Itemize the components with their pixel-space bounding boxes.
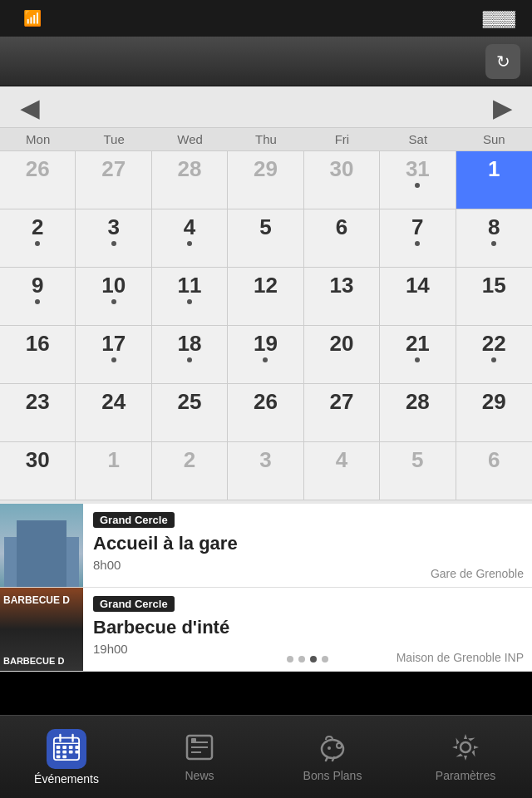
svg-rect-6 bbox=[57, 746, 61, 749]
calendar-cell[interactable]: 14 bbox=[380, 268, 456, 326]
calendar-cell[interactable]: 9 bbox=[0, 268, 76, 326]
calendar-date-number: 28 bbox=[178, 158, 202, 180]
calendar-cell[interactable]: 30 bbox=[304, 151, 380, 209]
event-item[interactable]: BARBECUE DBARBECUE DGrand CercleBarbecue… bbox=[0, 588, 532, 672]
event-location: Gare de Grenoble bbox=[431, 567, 524, 580]
calendar-cell[interactable]: 6 bbox=[304, 209, 380, 268]
event-location: Maison de Grenoble INP bbox=[397, 651, 524, 664]
calendar-day-name: Sun bbox=[456, 128, 532, 150]
calendar-cell[interactable]: 30 bbox=[0, 442, 76, 500]
calendar-date-number: 12 bbox=[254, 274, 278, 296]
pagination-dots bbox=[287, 656, 328, 663]
calendar-date-number: 1 bbox=[107, 449, 119, 470]
calendar-day-name: Sat bbox=[380, 128, 456, 150]
calendar-cell[interactable]: 11 bbox=[152, 268, 228, 326]
tab-icon bbox=[185, 732, 214, 766]
calendar-cell[interactable]: 5 bbox=[380, 442, 456, 500]
svg-rect-14 bbox=[57, 755, 61, 758]
svg-point-26 bbox=[461, 742, 470, 752]
calendar-date-number: 11 bbox=[178, 274, 202, 296]
calendar-cell[interactable]: 28 bbox=[380, 384, 456, 442]
calendar-date-number: 5 bbox=[259, 216, 271, 238]
tab-item--v-nements[interactable]: Événements bbox=[0, 716, 133, 798]
calendar-date-number: 16 bbox=[26, 332, 50, 354]
calendar-date-number: 23 bbox=[26, 391, 50, 412]
event-title: Barbecue d'inté bbox=[93, 617, 522, 638]
calendar-cell[interactable]: 22 bbox=[456, 326, 532, 384]
svg-rect-11 bbox=[62, 750, 66, 753]
calendar-day-name: Fri bbox=[304, 128, 380, 150]
calendar-date-number: 26 bbox=[26, 158, 50, 180]
calendar-cell[interactable]: 6 bbox=[456, 442, 532, 500]
calendar-date-number: 10 bbox=[101, 274, 126, 296]
calendar-cell[interactable]: 1 bbox=[456, 151, 532, 209]
calendar-cell[interactable]: 26 bbox=[228, 384, 303, 442]
calendar-cell[interactable]: 26 bbox=[0, 151, 76, 209]
calendar-cell[interactable]: 10 bbox=[76, 268, 151, 326]
calendar-cell[interactable]: 4 bbox=[304, 442, 380, 500]
calendar-cell[interactable]: 4 bbox=[152, 209, 228, 268]
calendar-cell[interactable]: 3 bbox=[228, 442, 303, 500]
tab-icon bbox=[318, 732, 347, 766]
event-indicator-dot bbox=[35, 241, 40, 246]
calendar-cell[interactable]: 27 bbox=[76, 151, 151, 209]
calendar-cell[interactable]: 25 bbox=[152, 384, 228, 442]
calendar-date-number: 3 bbox=[107, 216, 119, 238]
next-month-button[interactable]: ▶ bbox=[487, 95, 517, 122]
calendar-date-number: 6 bbox=[336, 216, 347, 238]
svg-rect-9 bbox=[75, 746, 79, 749]
calendar-date-number: 4 bbox=[336, 449, 347, 470]
calendar-cell[interactable]: 18 bbox=[152, 326, 228, 384]
calendar-cell[interactable]: 1 bbox=[76, 442, 151, 500]
pagination-dot bbox=[298, 656, 305, 663]
calendar-cell[interactable]: 7 bbox=[380, 209, 456, 268]
tab-item-news[interactable]: News bbox=[133, 716, 266, 798]
calendar-date-number: 20 bbox=[329, 332, 353, 354]
calendar-cell[interactable]: 24 bbox=[76, 384, 151, 442]
calendar-cell[interactable]: 3 bbox=[76, 209, 151, 268]
event-item[interactable]: Grand CercleAccueil à la gare8h00Gare de… bbox=[0, 504, 532, 588]
calendar-date-number: 5 bbox=[411, 449, 423, 470]
event-indicator-dot bbox=[263, 357, 268, 362]
tab-item-param-tres[interactable]: Paramètres bbox=[399, 716, 532, 798]
calendar-cell[interactable]: 20 bbox=[304, 326, 380, 384]
calendar-cell[interactable]: 23 bbox=[0, 384, 76, 442]
calendar-date-number: 1 bbox=[488, 158, 500, 180]
calendar-cell[interactable]: 16 bbox=[0, 326, 76, 384]
calendar-date-number: 25 bbox=[178, 391, 202, 412]
calendar-cell[interactable]: 2 bbox=[152, 442, 228, 500]
calendar-cell[interactable]: 2 bbox=[0, 209, 76, 268]
calendar-date-number: 26 bbox=[254, 391, 278, 412]
calendar-cell[interactable]: 29 bbox=[228, 151, 303, 209]
calendar-date-number: 24 bbox=[101, 391, 126, 412]
calendar-cell[interactable]: 19 bbox=[228, 326, 303, 384]
calendar-cell[interactable]: 27 bbox=[304, 384, 380, 442]
svg-point-25 bbox=[328, 746, 331, 750]
event-badge: Grand Cercle bbox=[93, 512, 175, 528]
svg-rect-15 bbox=[62, 755, 66, 758]
status-carrier: 📶 bbox=[17, 9, 42, 27]
calendar: ◀ ▶ MonTueWedThuFriSatSun 26272829303112… bbox=[0, 86, 532, 504]
calendar-cell[interactable]: 17 bbox=[76, 326, 151, 384]
event-indicator-dot bbox=[111, 299, 116, 304]
calendar-cell[interactable]: 5 bbox=[228, 209, 303, 268]
calendar-cell[interactable]: 28 bbox=[152, 151, 228, 209]
calendar-cell[interactable]: 29 bbox=[456, 384, 532, 442]
calendar-date-number: 2 bbox=[184, 449, 195, 470]
prev-month-button[interactable]: ◀ bbox=[15, 95, 45, 122]
refresh-button[interactable]: ↻ bbox=[485, 44, 520, 79]
svg-point-22 bbox=[337, 743, 342, 748]
event-indicator-dot bbox=[415, 241, 420, 246]
calendar-cell[interactable]: 31 bbox=[380, 151, 456, 209]
calendar-cell[interactable]: 12 bbox=[228, 268, 303, 326]
tab-label: News bbox=[185, 769, 214, 782]
calendar-cell[interactable]: 15 bbox=[456, 268, 532, 326]
calendar-cell[interactable]: 21 bbox=[380, 326, 456, 384]
calendar-cell[interactable]: 8 bbox=[456, 209, 532, 268]
calendar-date-number: 27 bbox=[101, 158, 126, 180]
event-content: Grand CercleBarbecue d'inté19h00Maison d… bbox=[83, 588, 532, 671]
calendar-date-number: 30 bbox=[26, 449, 50, 470]
calendar-cell[interactable]: 13 bbox=[304, 268, 380, 326]
calendar-date-number: 17 bbox=[101, 332, 126, 354]
tab-item-bons-plans[interactable]: Bons Plans bbox=[266, 716, 399, 798]
